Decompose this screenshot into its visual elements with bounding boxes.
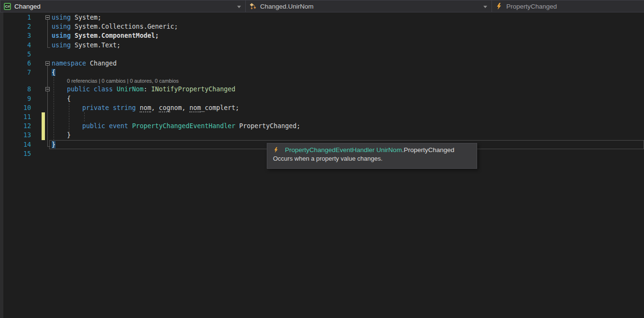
codelens-indicators[interactable]: 0 referencias | 0 cambios | 0 autores, 0… xyxy=(67,77,179,85)
code-text: public class UnirNom: INotifyPropertyCha… xyxy=(52,86,235,93)
line-number: 8 xyxy=(0,86,31,93)
fold-collapse-icon[interactable] xyxy=(45,15,50,20)
code-line[interactable]: 5 xyxy=(0,50,52,59)
code-text: } xyxy=(52,132,71,139)
member-dropdown[interactable]: PropertyChanged xyxy=(492,0,644,12)
code-line[interactable]: 2using System.Collections.Generic; xyxy=(0,22,178,31)
type-dropdown[interactable]: Changed.UnirNom xyxy=(246,0,492,12)
line-number: 15 xyxy=(0,150,31,157)
event-icon xyxy=(273,147,279,153)
line-number: 13 xyxy=(0,132,31,139)
member-dropdown-label: PropertyChanged xyxy=(506,3,557,10)
line-number: 1 xyxy=(0,14,31,21)
indent-guide xyxy=(84,112,85,121)
line-number: 14 xyxy=(0,141,31,148)
outlining-line-end xyxy=(47,47,50,48)
project-dropdown[interactable]: C# Changed xyxy=(0,0,246,12)
code-text: private string nom, cognom, nom_complert… xyxy=(52,104,239,111)
tooltip-description: Occurs when a property value changes. xyxy=(273,155,471,162)
fold-collapse-icon[interactable] xyxy=(45,61,50,66)
chevron-down-icon[interactable] xyxy=(237,6,241,8)
outlining-line xyxy=(47,20,48,47)
line-number: 10 xyxy=(0,104,31,111)
code-text: { xyxy=(52,69,55,76)
vs-editor-window: C# Changed Changed.UnirNom PropertyChang… xyxy=(0,0,644,318)
outlining-line-end xyxy=(47,146,50,147)
tooltip-signature-type: PropertyChangedEventHandler UnirNom xyxy=(285,146,402,154)
code-line[interactable]: 9 { xyxy=(0,94,71,103)
code-line[interactable]: 1using System; xyxy=(0,13,101,22)
fold-collapse-icon[interactable] xyxy=(45,87,50,91)
line-number: 4 xyxy=(0,42,31,49)
code-line[interactable]: 15 xyxy=(0,149,52,158)
line-number: 9 xyxy=(0,95,31,102)
line-number: 12 xyxy=(0,122,31,130)
code-text: using System; xyxy=(52,14,101,21)
code-text: using System.Collections.Generic; xyxy=(52,23,178,30)
code-editor[interactable]: 1using System;2using System.Collections.… xyxy=(0,12,644,318)
code-text: public event PropertyChangedEventHandler… xyxy=(52,122,300,130)
code-text: using System.Text; xyxy=(52,42,120,49)
code-line[interactable]: 6namespace Changed xyxy=(0,59,117,68)
project-dropdown-label: Changed xyxy=(14,3,41,10)
navigation-bar: C# Changed Changed.UnirNom PropertyChang… xyxy=(0,0,644,12)
outlining-line xyxy=(47,66,48,146)
code-line[interactable]: 10 private string nom, cognom, nom_compl… xyxy=(0,103,239,112)
type-dropdown-label: Changed.UnirNom xyxy=(260,3,314,10)
quick-info-tooltip: PropertyChangedEventHandler UnirNom.Prop… xyxy=(267,143,477,169)
line-number: 2 xyxy=(0,23,31,30)
code-text: namespace Changed xyxy=(52,60,117,67)
tooltip-signature: PropertyChangedEventHandler UnirNom.Prop… xyxy=(273,146,471,154)
code-line[interactable]: 8 public class UnirNom: INotifyPropertyC… xyxy=(0,85,235,94)
class-icon xyxy=(249,2,257,10)
code-line[interactable]: 13 } xyxy=(0,131,71,140)
line-number: 11 xyxy=(0,113,31,121)
line-number: 7 xyxy=(0,69,31,76)
tooltip-signature-member: .PropertyChanged xyxy=(402,146,455,154)
line-number: 6 xyxy=(0,60,31,67)
code-line[interactable]: 12 public event PropertyChangedEventHand… xyxy=(0,121,300,131)
unsaved-changes-bar xyxy=(42,112,45,140)
code-text: } xyxy=(52,141,55,148)
line-number: 5 xyxy=(0,51,31,58)
event-icon xyxy=(495,2,503,10)
code-text: using System.ComponentModel; xyxy=(52,32,159,39)
code-text: { xyxy=(52,95,71,102)
line-number: 3 xyxy=(0,32,31,39)
code-line[interactable]: 4using System.Text; xyxy=(0,41,120,50)
chevron-down-icon[interactable] xyxy=(483,6,487,8)
csharp-project-icon: C# xyxy=(4,3,11,10)
code-line[interactable]: 3using System.ComponentModel; xyxy=(0,31,159,40)
